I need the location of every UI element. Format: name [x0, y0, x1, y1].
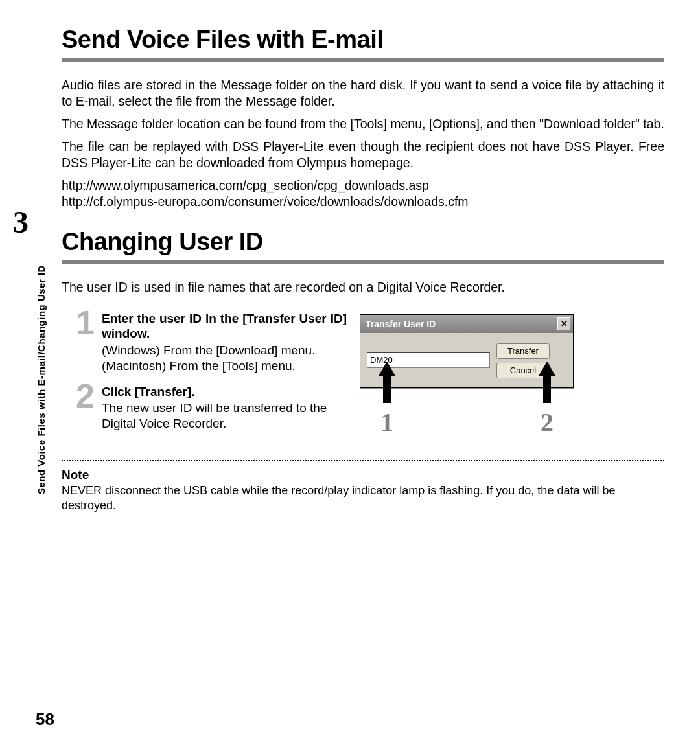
- step-heading: Click [Transfer].: [102, 384, 347, 400]
- section-title-2: Changing User ID: [62, 228, 664, 256]
- step-body: (Windows) From the [Download] menu.: [102, 343, 347, 358]
- side-running-head: Send Voice Files with E-mail/Changing Us…: [36, 255, 47, 494]
- chapter-number: 3: [13, 204, 29, 240]
- section-title-1: Send Voice Files with E-mail: [62, 26, 664, 54]
- transfer-button[interactable]: Transfer: [496, 343, 550, 359]
- dialog-title: Transfer User ID: [366, 319, 436, 329]
- rule: [62, 58, 664, 62]
- callout-arrow-1: 1: [378, 362, 396, 437]
- step-heading: Enter the user ID in the [Transfer User …: [102, 311, 347, 342]
- callout-label: 2: [541, 407, 554, 437]
- dotted-rule: [62, 460, 664, 461]
- step-number: 1: [76, 306, 95, 340]
- paragraph: The file can be replayed with DSS Player…: [62, 139, 664, 171]
- note-body: NEVER disconnect the USB cable while the…: [62, 483, 664, 513]
- step-1: 1 Enter the user ID in the [Transfer Use…: [80, 311, 347, 374]
- close-button[interactable]: ✕: [557, 317, 570, 330]
- step-body: (Macintosh) From the [Tools] menu.: [102, 358, 347, 374]
- intro-text: The user ID is used in file names that a…: [62, 279, 664, 295]
- url-text: http://cf.olympus-europa.com/consumer/vo…: [62, 194, 664, 210]
- paragraph: The Message folder location can be found…: [62, 116, 664, 132]
- url-text: http://www.olympusamerica.com/cpg_sectio…: [62, 178, 664, 194]
- step-2: 2 Click [Transfer]. The new user ID will…: [80, 384, 347, 432]
- step-number: 2: [76, 379, 95, 413]
- paragraph: Audio files are stored in the Message fo…: [62, 77, 664, 109]
- step-body: The new user ID will be transferred to t…: [102, 400, 347, 432]
- page-number: 58: [36, 709, 54, 730]
- close-icon: ✕: [561, 319, 568, 328]
- rule: [62, 260, 664, 264]
- callout-label: 1: [380, 407, 393, 437]
- note-heading: Note: [62, 468, 664, 482]
- dialog-titlebar: Transfer User ID ✕: [360, 315, 573, 333]
- callout-arrow-2: 2: [538, 362, 556, 437]
